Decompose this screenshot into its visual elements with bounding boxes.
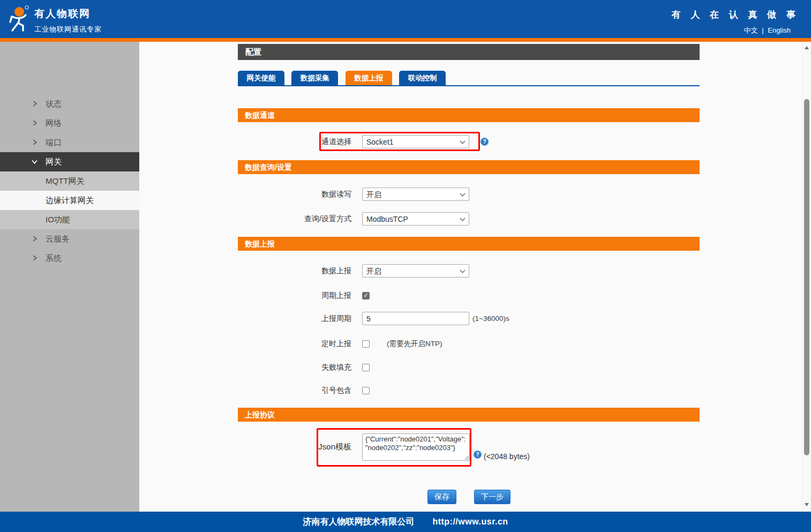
query-method-row: 查询/设置方式 ModbusTCP xyxy=(238,212,700,226)
sidebar-item-label: 云服务 xyxy=(46,234,70,244)
tab-bar: 网关使能 数据采集 数据上报 联动控制 xyxy=(238,71,700,86)
report-period-label: 上报周期 xyxy=(238,314,362,324)
scroll-up-icon[interactable] xyxy=(805,46,809,49)
sidebar-item-label: 网关 xyxy=(46,157,62,167)
slogan-text: 有 人 在 认 真 做 事 xyxy=(672,9,799,21)
channel-select-label: 通道选择 xyxy=(238,137,362,147)
sidebar-item-label: MQTT网关 xyxy=(46,176,85,186)
sidebar-item-network[interactable]: 网络 xyxy=(0,114,139,133)
periodic-report-label: 周期上报 xyxy=(238,291,362,301)
tab-data-report[interactable]: 数据上报 xyxy=(346,71,392,85)
fail-fill-checkbox[interactable] xyxy=(362,364,370,371)
quote-include-row: 引号包含 xyxy=(238,384,700,397)
chevron-right-icon xyxy=(31,254,38,261)
json-template-textarea[interactable]: {"Current":"node0201","Voltage":"node020… xyxy=(362,433,470,461)
chevron-right-icon xyxy=(31,100,38,107)
report-period-hint: (1~36000)s xyxy=(472,314,509,323)
sidebar-item-io-function[interactable]: IO功能 xyxy=(0,210,139,229)
scroll-down-icon[interactable] xyxy=(805,503,809,506)
tab-gateway-enable[interactable]: 网关使能 xyxy=(238,71,284,85)
channel-select[interactable]: Socket1 xyxy=(362,135,469,148)
sidebar-item-status[interactable]: 状态 xyxy=(0,94,139,114)
section-header-data-query: 数据查询/设置 xyxy=(238,160,700,174)
lang-en-link[interactable]: English xyxy=(768,26,791,34)
timed-report-checkbox[interactable] xyxy=(362,340,370,348)
page-title: 配置 xyxy=(238,44,700,60)
sidebar-item-mqtt-gateway[interactable]: MQTT网关 xyxy=(0,171,139,191)
lang-zh-link[interactable]: 中文 xyxy=(744,26,758,34)
sidebar-item-edge-gateway[interactable]: 边缘计算网关 xyxy=(0,191,139,210)
query-method-label: 查询/设置方式 xyxy=(238,214,362,224)
quote-include-label: 引号包含 xyxy=(238,386,362,395)
language-switcher: 中文 | English xyxy=(672,26,791,35)
footer-company: 济南有人物联网技术有限公司 xyxy=(303,516,414,528)
section-header-report-protocol: 上报协议 xyxy=(238,408,700,422)
sidebar-item-port[interactable]: 端口 xyxy=(0,133,139,152)
sidebar-item-label: 状态 xyxy=(46,99,62,109)
tab-linkage-control[interactable]: 联动控制 xyxy=(399,71,446,85)
lang-separator: | xyxy=(762,26,763,34)
chevron-right-icon xyxy=(31,139,38,146)
footer-url[interactable]: http://www.usr.cn xyxy=(432,517,508,527)
chevron-right-icon xyxy=(31,235,38,242)
usr-logo-icon xyxy=(6,5,33,33)
timed-report-label: 定时上报 xyxy=(238,339,362,349)
chevron-right-icon xyxy=(31,119,38,126)
quote-include-checkbox[interactable] xyxy=(362,387,370,394)
query-method-select[interactable]: ModbusTCP xyxy=(362,212,469,226)
sidebar-item-label: 端口 xyxy=(46,138,62,148)
data-report-select[interactable]: 开启 xyxy=(362,264,469,278)
help-icon[interactable]: ? xyxy=(474,451,482,459)
json-template-label: Json模板 xyxy=(238,442,362,452)
report-period-input[interactable] xyxy=(362,312,469,325)
timed-report-row: 定时上报 (需要先开启NTP) xyxy=(238,337,700,350)
fail-fill-row: 失败填充 xyxy=(238,361,700,374)
fail-fill-label: 失败填充 xyxy=(238,363,362,372)
report-period-row: 上报周期 (1~36000)s xyxy=(238,312,700,325)
header-bar: 有人物联网 工业物联网通讯专家 有 人 在 认 真 做 事 中文 | Engli… xyxy=(0,0,811,38)
footer-bar: 济南有人物联网技术有限公司 http://www.usr.cn xyxy=(0,512,811,532)
json-template-row: Json模板 {"Current":"node0201","Voltage":"… xyxy=(238,433,700,461)
vertical-scrollbar[interactable] xyxy=(802,42,811,512)
sidebar-item-label: IO功能 xyxy=(46,215,70,225)
data-rw-row: 数据读写 开启 xyxy=(238,188,700,201)
sidebar-item-gateway[interactable]: 网关 xyxy=(0,152,139,171)
tab-data-collection[interactable]: 数据采集 xyxy=(291,71,338,85)
header-right: 有 人 在 认 真 做 事 中文 | English xyxy=(672,9,799,35)
sidebar-nav: 状态 网络 端口 网关 MQTT网关 边缘计算网关 IO功能 云服务 系统 xyxy=(0,42,139,512)
section-header-data-report: 数据上报 xyxy=(238,237,700,251)
section-header-data-channel: 数据通道 xyxy=(238,108,700,122)
scrollbar-thumb[interactable] xyxy=(804,99,809,455)
save-button[interactable]: 保存 xyxy=(427,490,456,504)
timed-report-hint: (需要先开启NTP) xyxy=(387,339,442,349)
json-template-hint: (<2048 bytes) xyxy=(484,452,530,461)
sidebar-item-label: 网络 xyxy=(46,118,62,129)
page: 有人物联网 工业物联网通讯专家 有 人 在 认 真 做 事 中文 | Engli… xyxy=(0,0,811,532)
chevron-down-icon xyxy=(31,158,38,165)
sidebar-item-label: 边缘计算网关 xyxy=(46,196,94,206)
data-rw-label: 数据读写 xyxy=(238,190,362,199)
periodic-report-row: 周期上报 xyxy=(238,289,700,302)
brand-subtitle: 工业物联网通讯专家 xyxy=(34,25,102,34)
sidebar-item-system[interactable]: 系统 xyxy=(0,249,139,268)
help-icon[interactable]: ? xyxy=(480,138,489,146)
data-rw-select[interactable]: 开启 xyxy=(362,188,469,201)
sidebar-item-label: 系统 xyxy=(46,253,62,264)
channel-select-row: 通道选择 Socket1 xyxy=(238,135,700,148)
next-step-button[interactable]: 下一步 xyxy=(474,490,510,504)
periodic-report-checkbox[interactable] xyxy=(362,292,370,299)
brand-block: 有人物联网 工业物联网通讯专家 xyxy=(34,7,102,34)
accent-stripe xyxy=(0,38,811,42)
brand-title: 有人物联网 xyxy=(34,7,102,21)
data-report-label: 数据上报 xyxy=(238,266,362,276)
data-report-row: 数据上报 开启 xyxy=(238,264,700,278)
sidebar-item-cloud-service[interactable]: 云服务 xyxy=(0,229,139,249)
